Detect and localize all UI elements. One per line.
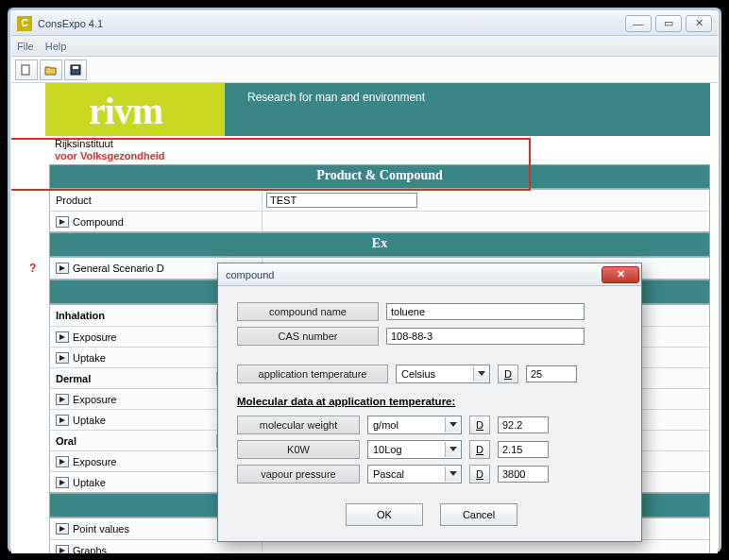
maximize-button[interactable]: ▭ (655, 15, 682, 32)
row-product: Product (50, 190, 709, 211)
logo-text: rivm (89, 89, 162, 133)
expand-icon[interactable] (56, 523, 69, 535)
vp-unit-select[interactable]: Pascal (367, 465, 462, 484)
svg-marker-7 (59, 397, 65, 402)
banner: rivm Research for man and environment (11, 83, 718, 136)
menu-file[interactable]: File (17, 41, 34, 52)
svg-marker-12 (59, 548, 65, 553)
kow-label[interactable]: K0W (237, 440, 360, 459)
expand-icon[interactable] (56, 263, 69, 274)
d-button[interactable]: D (469, 465, 490, 484)
expand-icon[interactable] (56, 415, 69, 426)
expand-icon[interactable] (56, 216, 69, 228)
svg-marker-19 (449, 471, 457, 476)
app-temp-label[interactable]: application temperature (237, 365, 388, 383)
vp-label[interactable]: vapour pressure (237, 465, 360, 484)
svg-marker-17 (449, 422, 457, 427)
menubar: File Help (11, 36, 718, 57)
expand-icon[interactable] (56, 352, 69, 364)
chevron-down-icon (445, 417, 460, 433)
svg-marker-10 (59, 480, 65, 485)
save-button[interactable] (64, 59, 87, 80)
warning-icon: ? (29, 262, 36, 275)
svg-rect-0 (22, 65, 29, 75)
compound-name-label[interactable]: compound name (237, 302, 379, 321)
kow-input[interactable] (498, 441, 549, 458)
dialog-titlebar[interactable]: compound ✕ (218, 263, 641, 286)
expand-icon[interactable] (56, 394, 69, 405)
compound-name-input[interactable] (386, 303, 585, 320)
svg-marker-9 (59, 459, 65, 465)
cancel-button[interactable]: Cancel (440, 503, 517, 526)
d-button[interactable]: D (469, 416, 490, 434)
expand-icon[interactable] (56, 331, 69, 343)
close-button[interactable]: ✕ (686, 15, 712, 32)
svg-marker-16 (478, 371, 485, 376)
molecular-data-header: Molecular data at application temperatur… (237, 396, 626, 407)
new-button[interactable] (15, 59, 38, 80)
app-temp-unit-select[interactable]: Celsius (396, 365, 490, 383)
row-compound[interactable]: Compound (50, 211, 709, 231)
d-button[interactable]: D (498, 365, 518, 383)
titlebar[interactable]: C ConsExpo 4.1 — ▭ ✕ (11, 11, 718, 36)
dialog-title: compound (226, 269, 274, 280)
product-label: Product (56, 195, 92, 206)
toolbar (11, 57, 718, 83)
minimize-button[interactable]: — (625, 15, 652, 32)
chevron-down-icon (445, 442, 460, 457)
section-product-compound: Product & Compound (49, 164, 710, 189)
svg-marker-18 (449, 447, 457, 451)
product-input[interactable] (266, 193, 417, 208)
mw-label[interactable]: molecular weight (237, 416, 360, 434)
expand-icon[interactable] (56, 545, 69, 554)
dialog-close-button[interactable]: ✕ (602, 266, 639, 283)
cas-number-label[interactable]: CAS number (237, 327, 379, 346)
app-temp-input[interactable] (526, 365, 577, 382)
app-icon: C (17, 16, 32, 31)
section-exposure-scenario: Ex (49, 232, 710, 257)
d-button[interactable]: D (469, 440, 490, 459)
svg-marker-6 (59, 355, 65, 361)
svg-marker-4 (59, 265, 65, 271)
window-title: ConsExpo 4.1 (38, 18, 103, 29)
app-window: C ConsExpo 4.1 — ▭ ✕ File Help rivm Rese… (8, 8, 721, 552)
compound-dialog: compound ✕ compound name CAS number appl… (217, 263, 642, 542)
open-button[interactable] (40, 59, 62, 80)
kow-unit-select[interactable]: 10Log (367, 440, 462, 459)
svg-marker-11 (59, 526, 65, 532)
svg-rect-2 (73, 66, 78, 69)
mw-input[interactable] (498, 416, 549, 433)
mw-unit-select[interactable]: g/mol (367, 416, 462, 434)
svg-marker-5 (59, 334, 65, 340)
expand-icon[interactable] (56, 477, 69, 488)
vp-input[interactable] (498, 466, 549, 483)
menu-help[interactable]: Help (45, 41, 67, 52)
chevron-down-icon (473, 366, 488, 382)
svg-marker-8 (59, 417, 65, 423)
svg-marker-3 (59, 219, 65, 225)
ok-button[interactable]: OK (346, 503, 423, 526)
slogan: Research for man and environment (247, 91, 425, 104)
content-area: rivm Research for man and environment Ri… (11, 83, 718, 553)
chevron-down-icon (445, 467, 460, 482)
expand-icon[interactable] (56, 456, 69, 467)
cas-number-input[interactable] (386, 328, 585, 345)
